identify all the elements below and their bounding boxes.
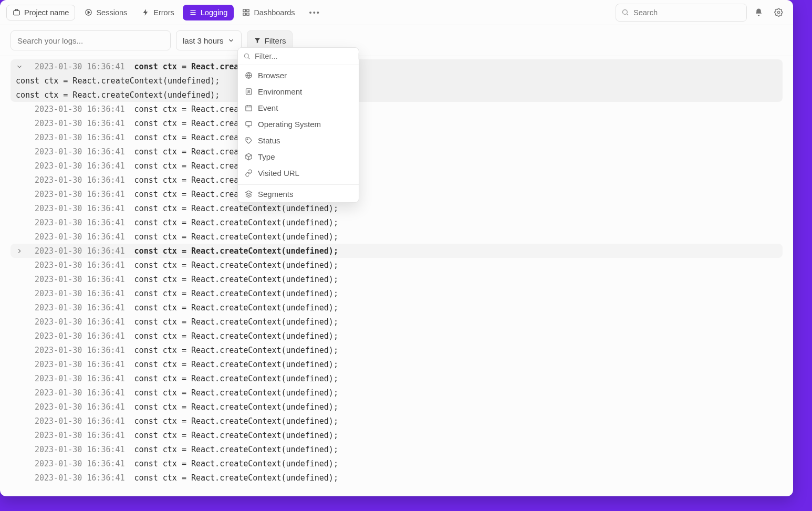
log-message: const ctx = React.createContext(undefine… bbox=[134, 388, 338, 398]
log-row[interactable]: 2023-01-30 16:36:41const ctx = React.cre… bbox=[11, 230, 783, 244]
log-row[interactable]: 2023-01-30 16:36:41const ctx = React.cre… bbox=[11, 272, 783, 286]
log-message: const ctx = React.createContext(undefine… bbox=[134, 445, 338, 454]
nav-tab-sessions[interactable]: Sessions bbox=[78, 5, 133, 20]
log-message: const ctx = React.createContext(undefine… bbox=[16, 76, 220, 86]
filter-option-label: Status bbox=[258, 136, 280, 145]
log-row[interactable]: 2023-01-30 16:36:41const ctx = React.cre… bbox=[11, 400, 783, 414]
timerange-select[interactable]: last 3 hours bbox=[176, 30, 242, 50]
filter-options: BrowserEnvironmentEventOperating SystemS… bbox=[238, 65, 359, 183]
chevron-right-icon[interactable] bbox=[14, 247, 25, 255]
log-timestamp: 2023-01-30 16:36:41 bbox=[35, 62, 125, 71]
notifications-button[interactable] bbox=[750, 4, 767, 21]
log-timestamp: 2023-01-30 16:36:41 bbox=[35, 416, 125, 426]
log-message: const ctx = React.createContext(undefine… bbox=[134, 232, 338, 242]
log-message: const ctx = React.createContext(undefine… bbox=[134, 246, 338, 256]
log-timestamp: 2023-01-30 16:36:41 bbox=[35, 360, 125, 369]
log-row[interactable]: 2023-01-30 16:36:41const ctx = React.cre… bbox=[11, 144, 783, 159]
funnel-icon bbox=[254, 37, 261, 44]
svg-rect-2 bbox=[243, 9, 245, 12]
log-row[interactable]: 2023-01-30 16:36:41const ctx = React.cre… bbox=[11, 215, 783, 230]
filter-search[interactable]: F bbox=[238, 48, 359, 65]
log-row[interactable]: 2023-01-30 16:36:41const ctx = React.cre… bbox=[11, 442, 783, 456]
filter-option-visited-url[interactable]: Visited URL bbox=[238, 165, 359, 181]
log-row[interactable]: 2023-01-30 16:36:41const ctx = React.cre… bbox=[11, 471, 783, 485]
log-message: const ctx = React.createContext(undefine… bbox=[134, 416, 338, 426]
filter-option-event[interactable]: Event bbox=[238, 100, 359, 116]
log-row[interactable]: 2023-01-30 16:36:41const ctx = React.cre… bbox=[11, 329, 783, 343]
search-icon bbox=[621, 8, 629, 16]
log-row[interactable]: 2023-01-30 16:36:41const ctx = React.cre… bbox=[11, 159, 783, 173]
global-search-input[interactable] bbox=[633, 8, 741, 17]
svg-point-8 bbox=[244, 54, 248, 58]
filter-option-type[interactable]: Type bbox=[238, 149, 359, 165]
log-timestamp: 2023-01-30 16:36:41 bbox=[35, 473, 125, 483]
log-row[interactable]: 2023-01-30 16:36:41const ctx = React.cre… bbox=[11, 102, 783, 116]
log-row[interactable]: 2023-01-30 16:36:41const ctx = React.cre… bbox=[11, 244, 783, 258]
log-group: 2023-01-30 16:36:41const ctx = React.cre… bbox=[11, 59, 783, 102]
log-row[interactable]: 2023-01-30 16:36:41const ctx = React.cre… bbox=[11, 357, 783, 371]
chevron-down-icon[interactable] bbox=[14, 63, 25, 70]
filter-option-browser[interactable]: Browser bbox=[238, 67, 359, 84]
log-row[interactable]: const ctx = React.createContext(undefine… bbox=[11, 74, 783, 88]
bolt-icon bbox=[142, 8, 150, 16]
log-timestamp: 2023-01-30 16:36:41 bbox=[35, 260, 125, 270]
log-message: const ctx = React.createContext(undefine… bbox=[134, 374, 338, 383]
log-row[interactable]: const ctx = React.createContext(undefine… bbox=[11, 88, 783, 102]
log-row[interactable]: 2023-01-30 16:36:41const ctx = React.cre… bbox=[11, 130, 783, 144]
log-row[interactable]: 2023-01-30 16:36:41const ctx = React.cre… bbox=[11, 286, 783, 300]
log-timestamp: 2023-01-30 16:36:41 bbox=[35, 388, 125, 398]
log-row[interactable]: 2023-01-30 16:36:41const ctx = React.cre… bbox=[11, 187, 783, 201]
project-selector[interactable]: Project name bbox=[6, 5, 75, 20]
tag-icon bbox=[244, 137, 253, 145]
log-search[interactable] bbox=[11, 30, 171, 50]
filter-segments-label: Segments bbox=[258, 190, 294, 199]
more-menu[interactable]: ••• bbox=[305, 5, 325, 20]
log-row[interactable]: 2023-01-30 16:36:41const ctx = React.cre… bbox=[11, 343, 783, 357]
filter-option-environment[interactable]: Environment bbox=[238, 84, 359, 100]
log-list[interactable]: 2023-01-30 16:36:41const ctx = React.cre… bbox=[0, 56, 793, 496]
log-timestamp: 2023-01-30 16:36:41 bbox=[35, 190, 125, 199]
filter-option-label: Type bbox=[258, 152, 275, 161]
log-toolbar: last 3 hours Filters bbox=[0, 25, 793, 56]
log-row[interactable]: 2023-01-30 16:36:41const ctx = React.cre… bbox=[11, 371, 783, 385]
filter-shortcut-hint: F bbox=[358, 52, 359, 60]
log-message: const ctx = React.createContext(undefine… bbox=[134, 218, 338, 227]
global-search[interactable] bbox=[616, 4, 747, 22]
filter-search-input[interactable] bbox=[255, 52, 354, 60]
log-row[interactable]: 2023-01-30 16:36:41const ctx = React.cre… bbox=[11, 428, 783, 442]
log-row[interactable]: 2023-01-30 16:36:41const ctx = React.cre… bbox=[11, 414, 783, 428]
grid-icon bbox=[242, 8, 250, 16]
log-row[interactable]: 2023-01-30 16:36:41const ctx = React.cre… bbox=[11, 173, 783, 187]
log-timestamp: 2023-01-30 16:36:41 bbox=[35, 246, 125, 256]
log-timestamp: 2023-01-30 16:36:41 bbox=[35, 303, 125, 312]
log-row[interactable]: 2023-01-30 16:36:41const ctx = React.cre… bbox=[11, 258, 783, 272]
calendar-icon bbox=[244, 104, 253, 112]
log-row[interactable]: 2023-01-30 16:36:41const ctx = React.cre… bbox=[11, 59, 783, 74]
filter-segments[interactable]: Segments bbox=[238, 186, 359, 202]
log-row[interactable]: 2023-01-30 16:36:41const ctx = React.cre… bbox=[11, 116, 783, 130]
nav-tab-logging[interactable]: Logging bbox=[183, 5, 234, 20]
filter-divider bbox=[238, 184, 359, 185]
filter-option-operating-system[interactable]: Operating System bbox=[238, 116, 359, 132]
nav-tab-errors[interactable]: Errors bbox=[136, 5, 180, 20]
log-message: const ctx = React.createContext(undefine… bbox=[134, 275, 338, 284]
filter-option-status[interactable]: Status bbox=[238, 132, 359, 149]
log-row[interactable]: 2023-01-30 16:36:41const ctx = React.cre… bbox=[11, 385, 783, 400]
log-timestamp: 2023-01-30 16:36:41 bbox=[35, 232, 125, 242]
chevron-down-icon bbox=[227, 37, 235, 44]
cube-icon bbox=[244, 153, 253, 161]
log-row[interactable]: 2023-01-30 16:36:41const ctx = React.cre… bbox=[11, 456, 783, 471]
nav-tab-dashboards[interactable]: Dashboards bbox=[236, 5, 301, 20]
play-circle-icon bbox=[85, 8, 92, 16]
filter-popover: F BrowserEnvironmentEventOperating Syste… bbox=[237, 47, 359, 203]
log-row[interactable]: 2023-01-30 16:36:41const ctx = React.cre… bbox=[11, 315, 783, 329]
log-timestamp: 2023-01-30 16:36:41 bbox=[35, 275, 125, 284]
log-row[interactable]: 2023-01-30 16:36:41const ctx = React.cre… bbox=[11, 300, 783, 315]
log-timestamp: 2023-01-30 16:36:41 bbox=[35, 147, 125, 157]
log-message: const ctx = React.createContext(undefine… bbox=[134, 289, 338, 298]
settings-button[interactable] bbox=[770, 4, 787, 21]
log-row[interactable]: 2023-01-30 16:36:41const ctx = React.cre… bbox=[11, 201, 783, 215]
log-search-input[interactable] bbox=[17, 36, 164, 45]
briefcase-icon bbox=[13, 8, 20, 16]
log-message: const ctx = React.createContext(undefine… bbox=[134, 331, 338, 341]
